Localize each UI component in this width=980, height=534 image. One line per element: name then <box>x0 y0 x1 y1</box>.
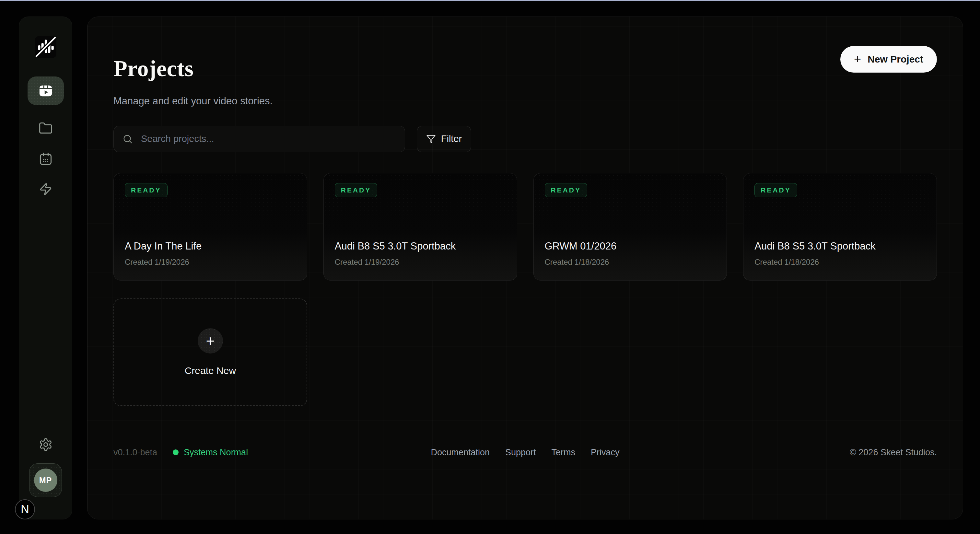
project-title: Audi B8 S5 3.0T Sportback <box>335 240 506 252</box>
page-header: Projects Manage and edit your video stor… <box>113 42 937 107</box>
project-card[interactable]: READY Audi B8 S5 3.0T Sportback Created … <box>323 173 517 281</box>
project-title: A Day In The Life <box>125 240 296 252</box>
calendar-icon <box>38 152 53 166</box>
project-card[interactable]: READY GRWM 01/2026 Created 1/18/2026 <box>533 173 727 281</box>
plus-circle-icon: + <box>198 328 223 353</box>
sidebar-item-automations[interactable] <box>39 182 52 196</box>
project-title: Audi B8 S5 3.0T Sportback <box>754 240 926 252</box>
project-card[interactable]: READY A Day In The Life Created 1/19/202… <box>113 173 307 281</box>
footer-link-support[interactable]: Support <box>505 448 536 458</box>
sidebar-item-schedule[interactable] <box>38 152 53 166</box>
status-badge: READY <box>754 183 797 197</box>
filter-label: Filter <box>441 134 462 144</box>
status-badge: READY <box>545 183 587 197</box>
page-heading-group: Projects Manage and edit your video stor… <box>113 42 272 107</box>
status-label: Systems Normal <box>184 448 248 458</box>
footer-link-documentation[interactable]: Documentation <box>431 448 490 458</box>
user-menu-button[interactable]: MP <box>29 463 62 497</box>
status-dot-icon <box>173 450 178 455</box>
search-input[interactable] <box>140 133 396 145</box>
avatar: MP <box>34 469 57 492</box>
project-created-date: Created 1/18/2026 <box>754 257 926 267</box>
create-new-card[interactable]: + Create New <box>113 299 307 406</box>
footer: v0.1.0-beta Systems Normal Documentation… <box>113 448 937 458</box>
toolbar: Filter <box>113 126 937 152</box>
system-status[interactable]: Systems Normal <box>173 448 248 458</box>
sidebar: MP <box>19 16 72 520</box>
search-icon <box>122 134 133 145</box>
app-logo[interactable] <box>35 36 56 58</box>
project-created-date: Created 1/19/2026 <box>335 257 506 267</box>
search-box <box>113 126 405 152</box>
footer-left: v0.1.0-beta Systems Normal <box>113 448 431 458</box>
footer-link-terms[interactable]: Terms <box>552 448 576 458</box>
page-title: Projects <box>113 57 272 80</box>
app-root: MP Projects Manage and edit your video s… <box>0 1 980 534</box>
create-new-label: Create New <box>185 365 236 376</box>
settings-button[interactable] <box>38 437 53 452</box>
gear-icon <box>38 437 53 452</box>
new-project-label: New Project <box>867 54 923 65</box>
funnel-icon <box>426 134 436 144</box>
page-subtitle: Manage and edit your video stories. <box>113 95 272 107</box>
filter-button[interactable]: Filter <box>417 126 471 152</box>
project-created-date: Created 1/18/2026 <box>545 257 716 267</box>
main-panel: Projects Manage and edit your video stor… <box>87 16 963 520</box>
project-title: GRWM 01/2026 <box>545 240 716 252</box>
sidebar-bottom: MP <box>29 437 62 497</box>
footer-links: Documentation Support Terms Privacy <box>431 448 619 458</box>
app-version: v0.1.0-beta <box>113 448 157 458</box>
status-badge: READY <box>335 183 377 197</box>
sidebar-nav <box>27 76 64 196</box>
lightning-icon <box>39 182 52 196</box>
folder-icon <box>38 121 53 135</box>
project-card[interactable]: READY Audi B8 S5 3.0T Sportback Created … <box>743 173 937 281</box>
projects-grid: READY A Day In The Life Created 1/19/202… <box>113 173 937 406</box>
sidebar-item-projects[interactable] <box>27 76 64 105</box>
sidebar-item-files[interactable] <box>38 121 53 135</box>
project-created-date: Created 1/19/2026 <box>125 257 296 267</box>
video-projects-icon <box>38 83 53 98</box>
copyright: © 2026 Skeet Studios. <box>620 448 937 458</box>
waveform-slash-logo-icon <box>35 36 56 58</box>
new-project-button[interactable]: + New Project <box>840 46 937 73</box>
status-badge: READY <box>125 183 167 197</box>
footer-link-privacy[interactable]: Privacy <box>591 448 620 458</box>
dev-tools-badge[interactable]: N <box>15 499 35 520</box>
